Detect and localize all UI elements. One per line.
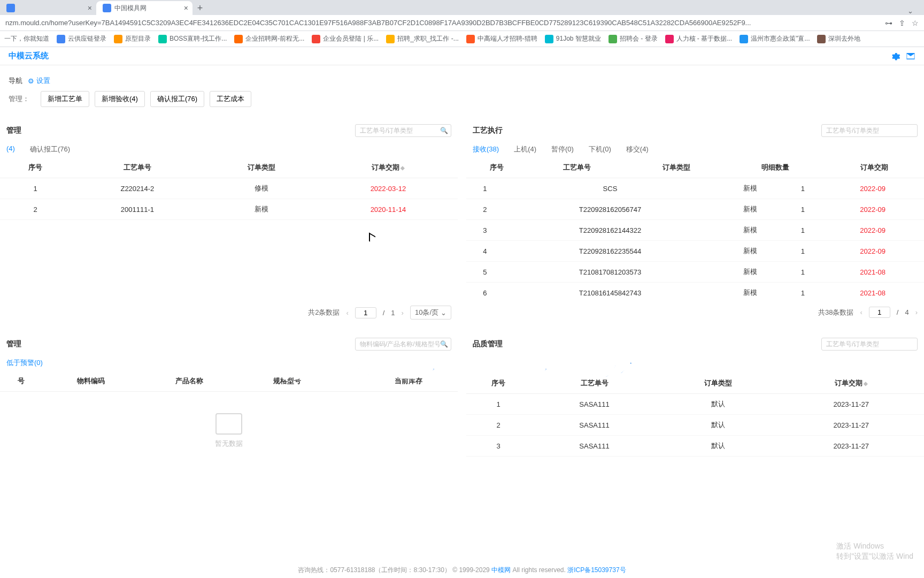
process-table: 序号 工艺单号 订单类型 订单交期◆ 1Z220214-2修模2022-03-1… — [0, 157, 458, 220]
next-page-icon[interactable]: › — [915, 308, 918, 316]
page-input[interactable] — [869, 307, 890, 318]
panel-title: 品质管理 — [473, 339, 503, 349]
address-bar: nzm.mould.cn/home?userKey=7BA1494591C5C3… — [0, 15, 924, 31]
subtab-pause[interactable]: 暂停(0) — [551, 144, 574, 154]
table-row[interactable]: 1SCS新模12022-09 — [466, 178, 924, 199]
table-row[interactable]: 1Z220214-2修模2022-03-12 — [0, 178, 458, 199]
subtab-0[interactable]: (4) — [6, 144, 15, 154]
bookmark-item[interactable]: 中高端人才招聘-猎聘 — [466, 34, 537, 43]
gear-icon[interactable] — [891, 51, 900, 61]
mail-icon[interactable] — [906, 51, 915, 61]
caption-overlay: 打开工艺管理→报工管理→工艺成本 — [282, 353, 642, 383]
bookmark-item[interactable]: 云供应链登录 — [57, 34, 106, 43]
col-code: 工艺单号 — [71, 157, 204, 178]
total-label: 共38条数据 — [818, 308, 853, 317]
search-input[interactable] — [360, 340, 440, 348]
col-date[interactable]: 订单交期◆ — [319, 157, 458, 178]
subtab-off[interactable]: 下机(0) — [589, 144, 611, 154]
search-icon[interactable]: 🔍 — [440, 127, 448, 134]
quality-table: 序号 工艺单号 订单类型 订单交期◆ 1SASA111默认2023-11-272… — [466, 373, 924, 457]
col-code: 工艺单号 — [527, 157, 626, 178]
col-seq: 序号 — [466, 157, 527, 178]
subtab-1[interactable]: 确认报工(76) — [30, 144, 70, 154]
col-type: 订单类型 — [627, 157, 726, 178]
total-label: 共2条数据 — [308, 308, 340, 317]
tab-favicon — [6, 4, 15, 12]
search-box[interactable]: 🔍 — [355, 338, 451, 351]
panel-title: 管理 — [6, 126, 21, 135]
col-seq: 序号 — [0, 157, 71, 178]
bookmark-item[interactable]: 企业招聘网-前程无... — [234, 34, 304, 43]
share-icon[interactable]: ⇪ — [899, 19, 905, 27]
col-date[interactable]: 订单交期◆ — [779, 373, 924, 394]
table-row[interactable]: 2T220928162056747新模12022-09 — [466, 199, 924, 220]
prev-page-icon[interactable]: ‹ — [346, 309, 348, 317]
table-row[interactable]: 2SASA111默认2023-11-27 — [466, 415, 924, 436]
table-row[interactable]: 3SASA111默认2023-11-27 — [466, 436, 924, 457]
page-input[interactable] — [355, 307, 376, 318]
exec-table: 序号 工艺单号 订单类型 明细数量 订单交期 — [466, 157, 924, 178]
sort-icon: ◆ — [401, 165, 405, 171]
subtab-on[interactable]: 上机(4) — [514, 144, 536, 154]
table-row[interactable]: 22001111-1新模2020-11-14 — [0, 199, 458, 220]
search-input[interactable] — [360, 127, 440, 134]
panel-title: 工艺执行 — [473, 126, 503, 135]
bookmark-item[interactable]: 91Job 智慧就业 — [545, 34, 601, 43]
subtab-alert[interactable]: 低于预警(0) — [6, 358, 43, 368]
process-cost-button[interactable]: 工艺成本 — [210, 91, 251, 107]
bookmarks-bar: 一下，你就知道 云供应链登录 原型目录 BOSS直聘-找工作... 企业招聘网-… — [0, 31, 924, 47]
search-input[interactable] — [826, 340, 913, 348]
prev-page-icon[interactable]: ‹ — [860, 308, 862, 316]
col-qty: 明细数量 — [726, 157, 825, 178]
mgmt-label: 管理： — [9, 94, 35, 104]
browser-tab-1[interactable]: 中国模具网 × — [96, 1, 192, 15]
close-icon[interactable]: × — [88, 4, 92, 12]
add-process-button[interactable]: 新增工艺单 — [41, 91, 89, 107]
search-box[interactable] — [821, 338, 918, 351]
app-title: 中模云系统 — [9, 51, 49, 61]
next-page-icon[interactable]: › — [402, 309, 404, 317]
nav-label: 导航 — [9, 76, 22, 86]
new-tab-button[interactable]: + — [192, 1, 207, 15]
key-icon[interactable]: ⊶ — [885, 19, 892, 27]
search-box[interactable] — [821, 124, 918, 137]
app-header: 中模云系统 — [0, 47, 924, 65]
settings-link[interactable]: ⚙ 设置 — [28, 76, 50, 86]
browser-tab-strip: × 中国模具网 × + ⌄ — [0, 0, 924, 15]
add-accept-button[interactable]: 新增验收(4) — [95, 91, 145, 107]
confirm-report-button[interactable]: 确认报工(76) — [150, 91, 204, 107]
bookmark-item[interactable]: 原型目录 — [114, 34, 151, 43]
bookmark-item[interactable]: 一下，你就知道 — [4, 34, 49, 43]
total-pages: 4 — [905, 308, 908, 316]
url-field[interactable]: nzm.mould.cn/home?userKey=7BA1494591C5C3… — [5, 19, 885, 27]
panel-title: 管理 — [6, 339, 21, 349]
star-icon[interactable]: ☆ — [912, 19, 919, 27]
table-row[interactable]: 1SASA111默认2023-11-27 — [466, 394, 924, 415]
bookmark-item[interactable]: 招聘会 - 登录 — [609, 34, 658, 43]
browser-tab-0[interactable]: × — [0, 1, 96, 15]
table-row[interactable]: 4T220928162235544新模12022-09 — [466, 241, 924, 262]
close-icon[interactable]: × — [184, 4, 188, 12]
chevron-down-icon: ⌄ — [441, 309, 446, 317]
col-date: 订单交期 — [825, 157, 924, 178]
search-input[interactable] — [826, 127, 913, 134]
bookmark-item[interactable]: 招聘_求职_找工作 -... — [386, 34, 459, 43]
subtab-receive[interactable]: 接收(38) — [473, 144, 499, 154]
table-row[interactable]: 3T220928162144322新模12022-09 — [466, 220, 924, 241]
bookmark-item[interactable]: BOSS直聘-找工作... — [158, 34, 227, 43]
empty-state: 暂无数据 — [0, 392, 458, 470]
page-size-select[interactable]: 10条/页 ⌄ — [410, 306, 451, 320]
search-icon[interactable]: 🔍 — [440, 340, 448, 348]
bookmark-item[interactable]: 深圳去外地 — [817, 34, 860, 43]
search-box[interactable]: 🔍 — [355, 124, 451, 137]
table-row[interactable]: 6T210816145842743新模12021-08 — [466, 283, 924, 302]
table-row[interactable]: 5T210817081203573新模12021-08 — [466, 262, 924, 283]
bookmark-item[interactable]: 企业会员登陆 | 乐... — [312, 34, 379, 43]
total-pages: 1 — [391, 309, 395, 317]
quick-nav: 导航 ⚙ 设置 管理： 新增工艺单 新增验收(4) 确认报工(76) 工艺成本 — [0, 65, 924, 107]
subtab-transfer[interactable]: 移交(4) — [626, 144, 649, 154]
tab-favicon — [103, 4, 111, 12]
bookmark-item[interactable]: 人力核 - 基于数据... — [665, 34, 733, 43]
tabs-dropdown-icon[interactable]: ⌄ — [907, 7, 913, 15]
bookmark-item[interactable]: 温州市惠企政策"直... — [740, 34, 810, 43]
